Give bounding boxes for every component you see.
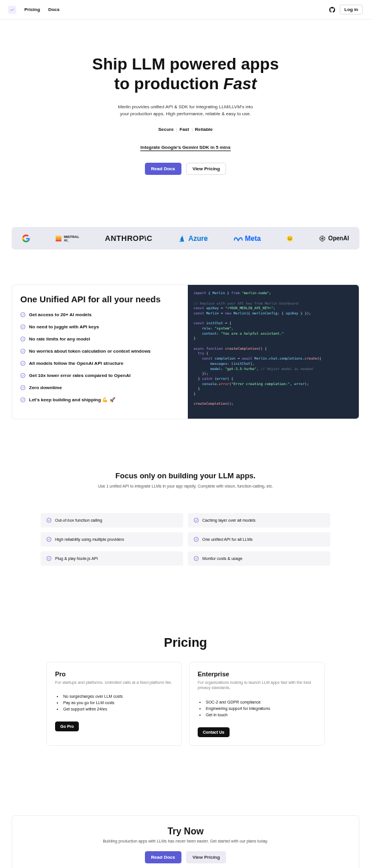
logo-meta: Meta	[234, 235, 261, 243]
header: Pricing Docs Log in	[0, 0, 371, 20]
svg-rect-0	[56, 236, 61, 237]
pricing-title: Pricing	[0, 635, 371, 650]
plan-desc: For startups and platforms. Unlimited ca…	[55, 680, 173, 686]
check-icon	[194, 518, 199, 523]
logo-icon[interactable]	[8, 6, 16, 14]
focus-card: Out-of-box function calling	[41, 513, 183, 528]
pricing-plan: ProFor startups and platforms. Unlimited…	[46, 662, 182, 746]
trynow-read-docs-button[interactable]: Read Docs	[145, 851, 181, 863]
check-icon	[20, 361, 26, 366]
focus-card: High reliability using multiple provider…	[41, 532, 183, 547]
svg-point-5	[290, 237, 292, 239]
svg-point-15	[47, 518, 52, 522]
svg-point-11	[21, 361, 26, 366]
check-icon	[46, 537, 52, 542]
github-icon[interactable]	[329, 7, 335, 13]
pricing-section: Pricing ProFor startups and platforms. U…	[0, 635, 371, 746]
logo-mistral: MISTRALAI_	[56, 235, 79, 242]
logo-azure: Azure	[178, 235, 208, 243]
unified-api-section: One Unified API for all your needs Get a…	[12, 284, 359, 419]
logo-huggingface	[286, 235, 293, 242]
provider-logos: MISTRALAI_ ANTHROP\C Azure Meta OpenAI	[12, 227, 359, 250]
svg-point-3	[287, 236, 293, 241]
plan-name: Enterprise	[198, 671, 316, 677]
check-icon	[194, 556, 199, 561]
integrate-link[interactable]: Integrate Google's Gemini SDK in 5 mins	[140, 145, 230, 151]
plan-cta-button[interactable]: Contact Us	[198, 727, 230, 737]
focus-card: Caching layer over all models	[188, 513, 330, 528]
plan-feature: Engineering support for integrations	[206, 706, 316, 710]
feature-item: Get 10x lower error rates compared to Op…	[20, 373, 180, 378]
logo-google	[22, 235, 30, 243]
header-left: Pricing Docs	[8, 6, 60, 14]
logo-anthropic: ANTHROP\C	[105, 234, 152, 243]
focus-section: Focus only on building your LLM apps. Us…	[0, 471, 371, 566]
focus-card: Monitor costs & usage	[188, 551, 330, 566]
plan-name: Pro	[55, 671, 173, 677]
svg-point-18	[194, 537, 199, 541]
svg-point-10	[21, 349, 26, 354]
check-icon	[20, 385, 26, 390]
plan-feature: No surgecharges over LLM costs	[63, 694, 173, 698]
check-icon	[46, 556, 52, 561]
svg-point-19	[47, 556, 52, 561]
pricing-plan: EnterpriseFor organizations looking to l…	[189, 662, 325, 746]
check-icon	[20, 324, 26, 329]
check-icon	[20, 336, 26, 342]
check-icon	[20, 312, 26, 317]
svg-point-13	[21, 386, 26, 390]
feature-item: No need to juggle with API keys	[20, 324, 180, 329]
plan-feature: SOC-2 and GDPR compliance	[206, 700, 316, 704]
svg-rect-1	[56, 237, 61, 240]
check-icon	[20, 349, 26, 354]
trynow-subtitle: Building production apps with LLMs has n…	[24, 839, 347, 843]
header-right: Log in	[329, 5, 363, 14]
svg-point-16	[194, 518, 199, 522]
nav-pricing[interactable]: Pricing	[24, 7, 40, 12]
feature-item: Zero downtime	[20, 385, 180, 390]
svg-point-9	[21, 337, 26, 342]
svg-rect-2	[56, 240, 61, 241]
svg-point-14	[21, 398, 26, 402]
nav-docs[interactable]: Docs	[48, 7, 60, 12]
check-icon	[46, 518, 52, 523]
plan-cta-button[interactable]: Go Pro	[55, 721, 79, 731]
focus-title: Focus only on building your LLM apps.	[23, 471, 348, 480]
svg-point-4	[288, 237, 289, 239]
focus-card: Plug & play Node.js API	[41, 551, 183, 566]
svg-point-12	[21, 373, 26, 378]
read-docs-button[interactable]: Read Docs	[145, 163, 181, 175]
feature-item: No worries about token calculation or co…	[20, 349, 180, 354]
hero-tags: Secure|Fast|Reliable	[12, 127, 359, 132]
hero-title: Ship LLM powered apps to production Fast	[12, 54, 359, 93]
trynow-view-pricing-button[interactable]: View Pricing	[186, 851, 226, 863]
hero-subtitle: Merlin provides unified API & SDK for in…	[12, 104, 359, 118]
trynow-title: Try Now	[24, 826, 347, 837]
check-icon	[194, 537, 199, 542]
hero: Ship LLM powered apps to production Fast…	[0, 20, 371, 192]
feature-item: Get access to 20+ AI models	[20, 312, 180, 317]
login-button[interactable]: Log in	[340, 5, 363, 14]
trynow-section: Try Now Building production apps with LL…	[12, 815, 359, 868]
svg-point-17	[47, 537, 52, 541]
focus-subtitle: Use 1 unified API to integrate LLMs in y…	[23, 484, 348, 490]
svg-point-7	[21, 313, 26, 317]
svg-point-20	[194, 556, 199, 561]
logo-openai: OpenAI	[319, 235, 349, 242]
plan-desc: For organizations looking to launch LLM …	[198, 680, 316, 691]
focus-card: One unified API for all LLMs	[188, 532, 330, 547]
feature-item: Let's keep building and shipping 💪 🚀	[20, 397, 180, 402]
feature-item: All models follow the OpenAI API structu…	[20, 361, 180, 366]
plan-feature: Get support within 24hrs	[63, 707, 173, 711]
check-icon	[20, 373, 26, 378]
feature-item: No rate limits for any model	[20, 336, 180, 342]
code-block: import { Merlin } from "merlin-node"; //…	[188, 285, 359, 419]
plan-feature: Pay as you go for LLM costs	[63, 701, 173, 705]
unified-title: One Unified API for all your needs	[20, 294, 180, 304]
view-pricing-button[interactable]: View Pricing	[186, 163, 226, 175]
svg-point-8	[21, 325, 26, 329]
check-icon	[20, 397, 26, 402]
plan-feature: Get in touch	[206, 713, 316, 717]
